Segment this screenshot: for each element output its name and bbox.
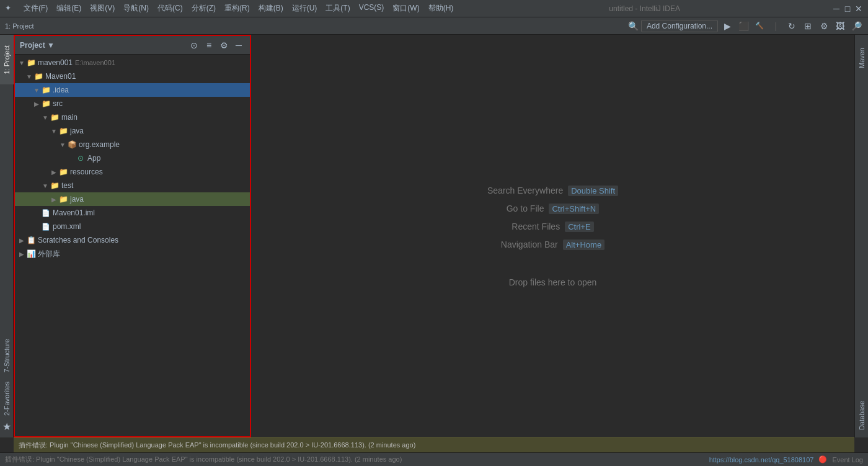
editor-area: Search Everywhere Double Shift Go to Fil…	[251, 35, 854, 437]
maven-tab[interactable]: Maven	[855, 40, 869, 77]
project-tab-label: 1: Project	[3, 45, 11, 74]
tree-item-app[interactable]: ▶ ⊙ App	[15, 151, 250, 165]
tree-label-app: App	[87, 154, 100, 163]
add-configuration-button[interactable]: Add Configuration...	[641, 20, 718, 32]
menu-navigate[interactable]: 导航(N)	[120, 2, 153, 15]
folder-icon-maven001: 📁	[26, 58, 36, 68]
tree-item-scratches[interactable]: ▶ 📋 Scratches and Consoles	[15, 233, 250, 247]
hint-recent-shortcut[interactable]: Ctrl+E	[565, 222, 593, 232]
tree-item-external-libs[interactable]: ▶ 📊 外部库	[15, 247, 250, 261]
search-everywhere-icon[interactable]: 🔍	[628, 21, 639, 31]
tree-label-java-test: java	[70, 195, 84, 204]
scratches-icon: 📋	[26, 235, 36, 245]
collapse-all-icon[interactable]: ≡	[203, 39, 215, 52]
hint-goto-file: Go to File Ctrl+Shift+N	[507, 204, 600, 214]
menu-file[interactable]: 文件(F)	[20, 2, 51, 15]
event-log-icon: 🔴	[818, 455, 827, 464]
minimize-button[interactable]: ─	[832, 4, 841, 13]
folder-icon-resources: 📁	[58, 167, 68, 177]
structure-tab[interactable]: 7-Structure	[0, 334, 14, 377]
build-icon[interactable]: 🔨	[753, 19, 766, 33]
close-button[interactable]: ✕	[854, 4, 863, 13]
menu-bar: 文件(F) 编辑(E) 视图(V) 导航(N) 代码(C) 分析(Z) 重构(R…	[20, 2, 457, 15]
status-bar-right: https://blog.csdn.net/qq_51808107 🔴 Even…	[709, 455, 863, 464]
tree-item-maven01-iml[interactable]: ▶ 📄 Maven01.iml	[15, 206, 250, 220]
menu-analyze[interactable]: 分析(Z)	[188, 2, 219, 15]
locate-icon[interactable]: ⊙	[188, 39, 200, 52]
database-tab[interactable]: Database	[855, 394, 869, 437]
tree-label-pom-xml: pom.xml	[53, 222, 81, 231]
tree-item-org-example[interactable]: ▼ 📦 org.example	[15, 138, 250, 151]
arrow-maven01: ▼	[25, 72, 33, 81]
settings-icon[interactable]: ⚙	[218, 39, 230, 52]
toolbar-separator: |	[769, 19, 782, 33]
hint-search-shortcut[interactable]: Double Shift	[568, 186, 618, 196]
window-controls: ─ □ ✕	[832, 4, 863, 13]
tree-item-idea[interactable]: ▼ 📁 .idea	[15, 83, 250, 97]
arrow-maven001: ▼	[17, 58, 26, 67]
menu-edit[interactable]: 编辑(E)	[53, 2, 85, 15]
folder-icon-maven01: 📁	[33, 71, 43, 81]
project-panel-tab[interactable]: 1: Project	[0, 35, 14, 84]
tree-item-java-src[interactable]: ▼ 📁 java	[15, 124, 250, 138]
menu-window[interactable]: 窗口(W)	[389, 2, 423, 15]
tree-item-maven001[interactable]: ▼ 📁 maven001 E:\maven001	[15, 56, 250, 69]
tree-item-java-test[interactable]: ▶ 📁 java	[15, 192, 250, 206]
iml-file-icon: 📄	[41, 208, 51, 218]
arrow-src: ▶	[32, 99, 41, 108]
tree-item-main[interactable]: ▼ 📁 main	[15, 110, 250, 124]
menu-view[interactable]: 视图(V)	[86, 2, 118, 15]
menu-help[interactable]: 帮助(H)	[425, 2, 458, 15]
tree-item-test[interactable]: ▼ 📁 test	[15, 179, 250, 192]
tree-item-src[interactable]: ▶ 📁 src	[15, 97, 250, 110]
project-panel: Project ▼ ⊙ ≡ ⚙ ─ ▼ 📁 maven001 E:\maven0…	[14, 35, 251, 437]
notification-text: 插件错误: Plugin "Chinese (Simplified) Langu…	[19, 441, 415, 450]
menu-build[interactable]: 构建(B)	[255, 2, 287, 15]
run-button[interactable]: ▶	[720, 19, 734, 33]
menu-vcs[interactable]: VCS(S)	[355, 2, 388, 15]
expand-icon[interactable]: ⊞	[801, 19, 815, 33]
menu-tools[interactable]: 工具(T)	[322, 2, 353, 15]
menu-run[interactable]: 运行(U)	[288, 2, 321, 15]
menu-code[interactable]: 代码(C)	[154, 2, 187, 15]
tree-path-maven001: E:\maven001	[75, 59, 115, 66]
status-bar: 插件错误: Plugin "Chinese (Simplified) Langu…	[0, 452, 868, 466]
hide-panel-icon[interactable]: ─	[232, 39, 245, 52]
app-icon: ✦	[5, 4, 15, 14]
event-log-button[interactable]: Event Log	[832, 456, 863, 464]
left-side-panel: 1: Project 7-Structure 2-Favorites ★	[0, 35, 14, 437]
folder-icon-idea: 📁	[41, 85, 51, 95]
structure-tab-label: 7-Structure	[3, 339, 11, 372]
hint-recent-label: Recent Files	[512, 222, 560, 231]
frame-icon[interactable]: 🖼	[833, 19, 847, 33]
status-notification: 插件错误: Plugin "Chinese (Simplified) Langu…	[5, 455, 402, 463]
sync-icon[interactable]: ↻	[785, 19, 799, 33]
csdn-link[interactable]: https://blog.csdn.net/qq_51808107	[709, 456, 814, 464]
package-icon-org-example: 📦	[67, 140, 77, 150]
favorites-star-icon[interactable]: ★	[2, 421, 11, 437]
hint-nav-shortcut[interactable]: Alt+Home	[563, 240, 604, 250]
tree-item-maven01[interactable]: ▼ 📁 Maven01	[15, 69, 250, 83]
arrow-java-test: ▶	[50, 195, 58, 204]
drop-files-text: Drop files here to open	[509, 277, 597, 287]
maximize-button[interactable]: □	[843, 4, 852, 13]
panel-actions: ⊙ ≡ ⚙ ─	[188, 39, 245, 52]
settings-toolbar-icon[interactable]: ⚙	[817, 19, 831, 33]
tree-label-maven001: maven001	[38, 58, 73, 67]
hint-search-label: Search Everywhere	[487, 186, 563, 195]
status-bar-left: 插件错误: Plugin "Chinese (Simplified) Langu…	[5, 455, 709, 464]
arrow-test: ▼	[41, 181, 50, 190]
tree-item-resources[interactable]: ▶ 📁 resources	[15, 165, 250, 179]
tree-label-resources: resources	[70, 168, 103, 176]
tree-item-pom-xml[interactable]: ▶ 📄 pom.xml	[15, 220, 250, 233]
folder-icon-test: 📁	[50, 181, 60, 190]
favorites-tab[interactable]: 2-Favorites	[0, 377, 14, 421]
search-toolbar-icon[interactable]: 🔎	[849, 19, 863, 33]
tree-label-test: test	[61, 181, 73, 190]
arrow-main: ▼	[41, 113, 50, 122]
panel-header: Project ▼ ⊙ ≡ ⚙ ─	[15, 36, 250, 55]
stop-button[interactable]: ⬛	[737, 19, 750, 33]
menu-refactor[interactable]: 重构(R)	[221, 2, 254, 15]
hint-goto-shortcut[interactable]: Ctrl+Shift+N	[549, 204, 599, 214]
project-tab[interactable]: 1: Project	[5, 22, 33, 30]
